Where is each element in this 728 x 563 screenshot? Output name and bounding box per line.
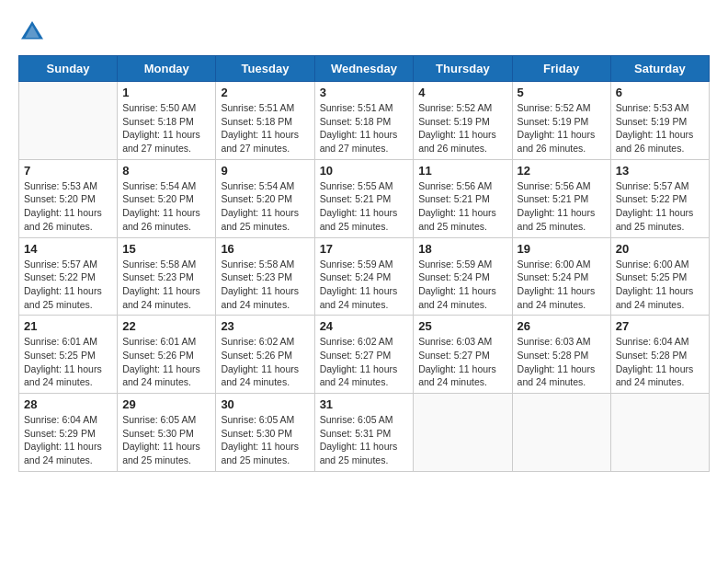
day-cell: 20Sunrise: 6:00 AM Sunset: 5:25 PM Dayli… bbox=[610, 237, 709, 316]
day-cell: 13Sunrise: 5:57 AM Sunset: 5:22 PM Dayli… bbox=[610, 159, 709, 237]
day-number: 1 bbox=[122, 86, 210, 99]
day-info: Sunrise: 6:05 AM Sunset: 5:30 PM Dayligh… bbox=[221, 413, 309, 467]
day-cell: 21Sunrise: 6:01 AM Sunset: 5:25 PM Dayli… bbox=[19, 316, 118, 394]
day-number: 25 bbox=[418, 319, 506, 333]
day-number: 18 bbox=[418, 242, 506, 256]
day-info: Sunrise: 5:56 AM Sunset: 5:21 PM Dayligh… bbox=[418, 179, 506, 234]
day-cell bbox=[19, 82, 118, 160]
day-info: Sunrise: 6:03 AM Sunset: 5:27 PM Dayligh… bbox=[418, 335, 506, 389]
week-row-1: 1Sunrise: 5:50 AM Sunset: 5:18 PM Daylig… bbox=[19, 82, 710, 160]
day-cell: 22Sunrise: 6:01 AM Sunset: 5:26 PM Dayli… bbox=[118, 316, 216, 394]
day-info: Sunrise: 5:50 AM Sunset: 5:18 PM Dayligh… bbox=[122, 101, 210, 155]
day-number: 30 bbox=[221, 397, 309, 411]
day-number: 7 bbox=[24, 164, 112, 178]
day-number: 11 bbox=[418, 164, 506, 178]
day-number: 16 bbox=[221, 242, 309, 256]
day-number: 21 bbox=[24, 319, 112, 333]
day-number: 20 bbox=[616, 242, 704, 256]
calendar-table: SundayMondayTuesdayWednesdayThursdayFrid… bbox=[18, 55, 710, 472]
day-cell: 25Sunrise: 6:03 AM Sunset: 5:27 PM Dayli… bbox=[414, 316, 512, 394]
day-number: 28 bbox=[24, 397, 112, 411]
day-cell bbox=[610, 394, 709, 472]
day-number: 10 bbox=[320, 164, 409, 178]
day-cell: 18Sunrise: 5:59 AM Sunset: 5:24 PM Dayli… bbox=[414, 237, 512, 316]
day-info: Sunrise: 5:53 AM Sunset: 5:19 PM Dayligh… bbox=[616, 101, 704, 155]
day-cell: 4Sunrise: 5:52 AM Sunset: 5:19 PM Daylig… bbox=[414, 82, 512, 160]
day-info: Sunrise: 6:04 AM Sunset: 5:28 PM Dayligh… bbox=[616, 335, 704, 389]
day-number: 22 bbox=[122, 319, 210, 333]
day-cell: 5Sunrise: 5:52 AM Sunset: 5:19 PM Daylig… bbox=[512, 82, 610, 160]
day-number: 12 bbox=[518, 164, 606, 178]
day-info: Sunrise: 5:57 AM Sunset: 5:22 PM Dayligh… bbox=[616, 179, 704, 234]
day-cell: 17Sunrise: 5:59 AM Sunset: 5:24 PM Dayli… bbox=[314, 237, 414, 316]
day-cell: 7Sunrise: 5:53 AM Sunset: 5:20 PM Daylig… bbox=[19, 159, 118, 237]
day-info: Sunrise: 5:52 AM Sunset: 5:19 PM Dayligh… bbox=[418, 101, 506, 155]
weekday-header-thursday: Thursday bbox=[414, 56, 512, 82]
weekday-header-monday: Monday bbox=[118, 56, 216, 82]
day-number: 9 bbox=[221, 164, 309, 178]
day-number: 23 bbox=[221, 319, 309, 333]
day-cell: 28Sunrise: 6:04 AM Sunset: 5:29 PM Dayli… bbox=[19, 394, 118, 472]
week-row-5: 28Sunrise: 6:04 AM Sunset: 5:29 PM Dayli… bbox=[19, 394, 710, 472]
day-number: 14 bbox=[24, 242, 112, 256]
day-info: Sunrise: 6:00 AM Sunset: 5:25 PM Dayligh… bbox=[616, 258, 704, 312]
day-number: 5 bbox=[518, 86, 606, 99]
day-info: Sunrise: 5:52 AM Sunset: 5:19 PM Dayligh… bbox=[518, 101, 606, 155]
day-info: Sunrise: 6:02 AM Sunset: 5:26 PM Dayligh… bbox=[221, 335, 309, 389]
day-info: Sunrise: 5:51 AM Sunset: 5:18 PM Dayligh… bbox=[221, 101, 309, 155]
day-cell: 16Sunrise: 5:58 AM Sunset: 5:23 PM Dayli… bbox=[216, 237, 314, 316]
day-cell: 10Sunrise: 5:55 AM Sunset: 5:21 PM Dayli… bbox=[314, 159, 414, 237]
logo-icon bbox=[18, 18, 46, 46]
day-info: Sunrise: 5:58 AM Sunset: 5:23 PM Dayligh… bbox=[122, 258, 210, 312]
weekday-header-friday: Friday bbox=[512, 56, 610, 82]
day-cell: 26Sunrise: 6:03 AM Sunset: 5:28 PM Dayli… bbox=[512, 316, 610, 394]
day-number: 15 bbox=[122, 242, 210, 256]
day-number: 13 bbox=[616, 164, 704, 178]
weekday-header-wednesday: Wednesday bbox=[314, 56, 414, 82]
day-cell: 1Sunrise: 5:50 AM Sunset: 5:18 PM Daylig… bbox=[118, 82, 216, 160]
day-cell: 8Sunrise: 5:54 AM Sunset: 5:20 PM Daylig… bbox=[118, 159, 216, 237]
weekday-header-sunday: Sunday bbox=[19, 56, 118, 82]
day-info: Sunrise: 6:00 AM Sunset: 5:24 PM Dayligh… bbox=[518, 258, 606, 312]
day-info: Sunrise: 5:54 AM Sunset: 5:20 PM Dayligh… bbox=[122, 179, 210, 234]
day-number: 19 bbox=[518, 242, 606, 256]
day-cell bbox=[414, 394, 512, 472]
day-info: Sunrise: 6:01 AM Sunset: 5:25 PM Dayligh… bbox=[24, 335, 112, 389]
day-cell: 27Sunrise: 6:04 AM Sunset: 5:28 PM Dayli… bbox=[610, 316, 709, 394]
week-row-2: 7Sunrise: 5:53 AM Sunset: 5:20 PM Daylig… bbox=[19, 159, 710, 237]
week-row-3: 14Sunrise: 5:57 AM Sunset: 5:22 PM Dayli… bbox=[19, 237, 710, 316]
day-info: Sunrise: 6:01 AM Sunset: 5:26 PM Dayligh… bbox=[122, 335, 210, 389]
day-info: Sunrise: 6:05 AM Sunset: 5:30 PM Dayligh… bbox=[122, 413, 210, 467]
day-cell: 19Sunrise: 6:00 AM Sunset: 5:24 PM Dayli… bbox=[512, 237, 610, 316]
day-info: Sunrise: 5:57 AM Sunset: 5:22 PM Dayligh… bbox=[24, 258, 112, 312]
day-info: Sunrise: 6:05 AM Sunset: 5:31 PM Dayligh… bbox=[320, 413, 409, 467]
day-info: Sunrise: 5:55 AM Sunset: 5:21 PM Dayligh… bbox=[320, 179, 409, 234]
day-number: 31 bbox=[320, 397, 409, 411]
day-number: 4 bbox=[418, 86, 506, 99]
logo bbox=[18, 18, 50, 46]
day-cell: 12Sunrise: 5:56 AM Sunset: 5:21 PM Dayli… bbox=[512, 159, 610, 237]
day-number: 24 bbox=[320, 319, 409, 333]
day-info: Sunrise: 5:58 AM Sunset: 5:23 PM Dayligh… bbox=[221, 258, 309, 312]
day-cell: 29Sunrise: 6:05 AM Sunset: 5:30 PM Dayli… bbox=[118, 394, 216, 472]
day-cell bbox=[512, 394, 610, 472]
day-info: Sunrise: 5:51 AM Sunset: 5:18 PM Dayligh… bbox=[320, 101, 409, 155]
day-info: Sunrise: 6:04 AM Sunset: 5:29 PM Dayligh… bbox=[24, 413, 112, 467]
day-number: 27 bbox=[616, 319, 704, 333]
day-info: Sunrise: 5:53 AM Sunset: 5:20 PM Dayligh… bbox=[24, 179, 112, 234]
day-cell: 9Sunrise: 5:54 AM Sunset: 5:20 PM Daylig… bbox=[216, 159, 314, 237]
page-header bbox=[18, 18, 710, 46]
day-number: 26 bbox=[518, 319, 606, 333]
weekday-header-tuesday: Tuesday bbox=[216, 56, 314, 82]
day-cell: 24Sunrise: 6:02 AM Sunset: 5:27 PM Dayli… bbox=[314, 316, 414, 394]
day-number: 29 bbox=[122, 397, 210, 411]
day-info: Sunrise: 5:56 AM Sunset: 5:21 PM Dayligh… bbox=[518, 179, 606, 234]
day-cell: 30Sunrise: 6:05 AM Sunset: 5:30 PM Dayli… bbox=[216, 394, 314, 472]
day-cell: 14Sunrise: 5:57 AM Sunset: 5:22 PM Dayli… bbox=[19, 237, 118, 316]
day-info: Sunrise: 5:54 AM Sunset: 5:20 PM Dayligh… bbox=[221, 179, 309, 234]
day-cell: 3Sunrise: 5:51 AM Sunset: 5:18 PM Daylig… bbox=[314, 82, 414, 160]
day-cell: 6Sunrise: 5:53 AM Sunset: 5:19 PM Daylig… bbox=[610, 82, 709, 160]
day-number: 8 bbox=[122, 164, 210, 178]
day-info: Sunrise: 5:59 AM Sunset: 5:24 PM Dayligh… bbox=[320, 258, 409, 312]
day-info: Sunrise: 5:59 AM Sunset: 5:24 PM Dayligh… bbox=[418, 258, 506, 312]
